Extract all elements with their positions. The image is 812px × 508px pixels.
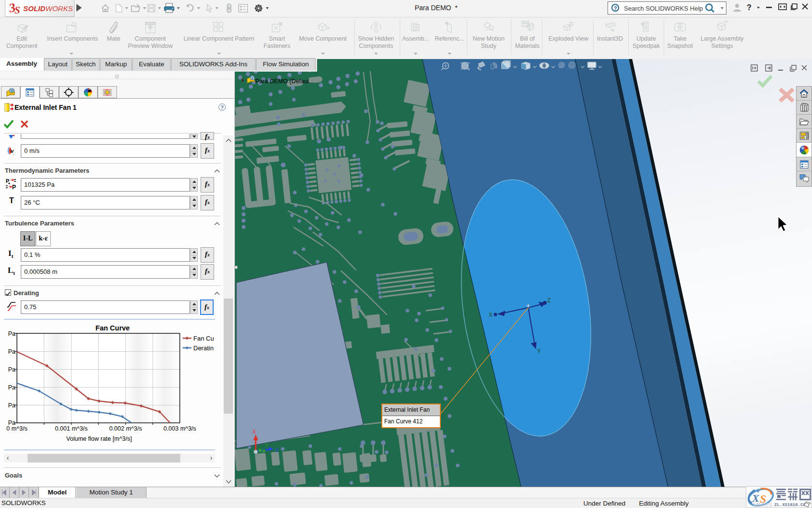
svg-text:Z: Z bbox=[547, 297, 551, 304]
svg-text:Pa: Pa bbox=[8, 330, 15, 337]
svg-text:Pa: Pa bbox=[8, 402, 15, 409]
svg-text:Fan Cu: Fan Cu bbox=[193, 335, 214, 342]
svg-text:0.002 m^3/s: 0.002 m^3/s bbox=[109, 425, 142, 432]
svg-text:S: S bbox=[14, 4, 20, 15]
svg-text:Para DEMO (Defaul...: Para DEMO (Defaul... bbox=[255, 78, 314, 85]
svg-text:SOLID: SOLID bbox=[23, 4, 45, 13]
svg-text:P: P bbox=[12, 184, 16, 191]
svg-text:,: , bbox=[13, 151, 14, 156]
svg-text:X: X bbox=[489, 312, 493, 318]
svg-text:Y: Y bbox=[265, 443, 268, 448]
svg-text:WORKS: WORKS bbox=[45, 4, 72, 13]
svg-text:Fan Curve: Fan Curve bbox=[96, 324, 130, 332]
svg-text:Pa: Pa bbox=[8, 348, 15, 355]
svg-text:Deratin: Deratin bbox=[193, 344, 214, 352]
svg-text:Pa: Pa bbox=[8, 366, 15, 373]
svg-text:0.001 m^3/s: 0.001 m^3/s bbox=[55, 425, 88, 432]
svg-text:X: X bbox=[252, 429, 256, 434]
svg-text:Pa: Pa bbox=[8, 384, 15, 391]
svg-text:Y: Y bbox=[537, 348, 541, 355]
svg-text:0 m^3/s: 0 m^3/s bbox=[6, 425, 27, 432]
svg-text:0.003 m^3/s: 0.003 m^3/s bbox=[163, 425, 196, 432]
svg-text:MMGS: MMGS bbox=[753, 501, 773, 508]
svg-text:Volume flow rate [m^3/s]: Volume flow rate [m^3/s] bbox=[66, 435, 132, 442]
svg-text:Z: Z bbox=[276, 447, 279, 453]
svg-text:ZL.XS1616.COM: ZL.XS1616.COM bbox=[774, 503, 808, 508]
